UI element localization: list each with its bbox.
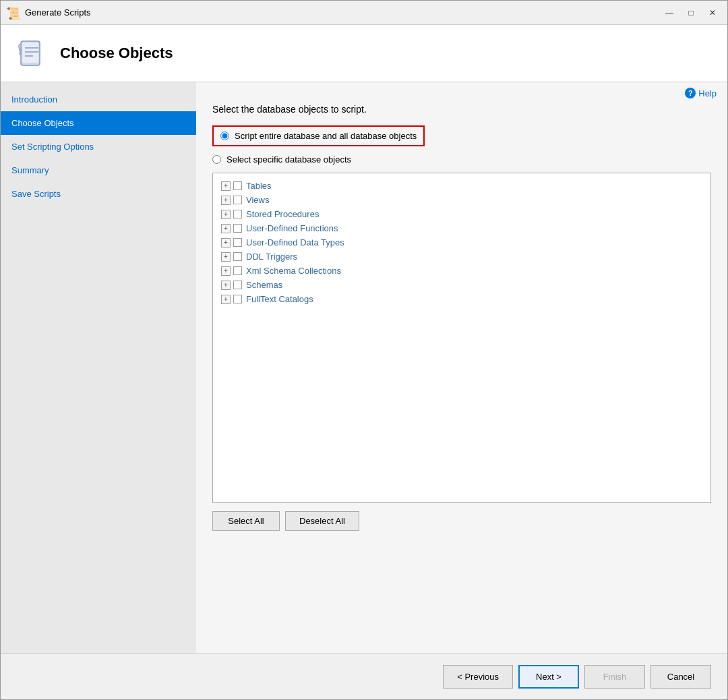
tree-item-stored-procedures[interactable]: + Stored Procedures	[216, 207, 708, 221]
radio-entire-database[interactable]	[220, 132, 229, 140]
tree-item-fulltext-catalogs[interactable]: + FullText Catalogs	[216, 292, 708, 306]
minimize-button[interactable]: —	[660, 6, 679, 20]
cancel-button[interactable]: Cancel	[650, 665, 711, 689]
sidebar: Introduction Choose Objects Set Scriptin…	[1, 82, 196, 653]
expand-icon-user-defined-functions[interactable]: +	[221, 224, 231, 233]
tree-label-xml-schema-collections: Xml Schema Collections	[246, 266, 341, 276]
expand-icon-xml-schema-collections[interactable]: +	[221, 266, 231, 276]
top-bar: ? Help	[196, 82, 727, 104]
checkbox-xml-schema-collections[interactable]	[233, 266, 242, 275]
tree-label-user-defined-functions: User-Defined Functions	[246, 223, 338, 233]
select-all-button[interactable]: Select All	[212, 511, 280, 531]
sidebar-item-choose-objects[interactable]: Choose Objects	[1, 111, 196, 135]
main-panel: ? Help Select the database objects to sc…	[196, 82, 727, 653]
finish-button[interactable]: Finish	[584, 665, 645, 689]
tree-item-tables[interactable]: + Tables	[216, 179, 708, 193]
sidebar-item-summary[interactable]: Summary	[1, 158, 196, 182]
checkbox-user-defined-functions[interactable]	[233, 224, 242, 233]
tree-label-user-defined-data-types: User-Defined Data Types	[246, 237, 344, 247]
help-icon: ?	[685, 88, 696, 98]
tree-label-fulltext-catalogs: FullText Catalogs	[246, 294, 313, 304]
titlebar: 📜 Generate Scripts — □ ✕	[1, 1, 727, 25]
radio-entire-database-label: Script entire database and all database …	[235, 131, 417, 141]
previous-button[interactable]: < Previous	[443, 665, 513, 689]
tree-label-ddl-triggers: DDL Triggers	[246, 252, 297, 262]
radio-entire-database-container[interactable]: Script entire database and all database …	[212, 125, 425, 146]
section-title: Select the database objects to script.	[212, 104, 711, 115]
checkbox-fulltext-catalogs[interactable]	[233, 295, 242, 303]
tree-item-user-defined-functions[interactable]: + User-Defined Functions	[216, 221, 708, 235]
tree-label-schemas: Schemas	[246, 280, 282, 290]
sidebar-item-set-scripting-options[interactable]: Set Scripting Options	[1, 135, 196, 158]
checkbox-tables[interactable]	[233, 181, 242, 190]
checkbox-views[interactable]	[233, 196, 242, 204]
checkbox-user-defined-data-types[interactable]	[233, 238, 242, 247]
sidebar-item-save-scripts[interactable]: Save Scripts	[1, 182, 196, 206]
page-header: Choose Objects	[1, 25, 727, 82]
next-button[interactable]: Next >	[518, 665, 579, 689]
deselect-all-button[interactable]: Deselect All	[285, 511, 359, 531]
close-button[interactable]: ✕	[703, 6, 722, 20]
tree-item-ddl-triggers[interactable]: + DDL Triggers	[216, 250, 708, 264]
window-controls: — □ ✕	[660, 6, 722, 20]
tree-item-schemas[interactable]: + Schemas	[216, 278, 708, 292]
checkbox-schemas[interactable]	[233, 281, 242, 289]
tree-button-row: Select All Deselect All	[212, 511, 711, 531]
expand-icon-stored-procedures[interactable]: +	[221, 210, 231, 219]
header-icon	[14, 36, 49, 71]
radio-specific-label: Select specific database objects	[226, 154, 351, 165]
sidebar-item-introduction[interactable]: Introduction	[1, 88, 196, 111]
expand-icon-tables[interactable]: +	[221, 181, 231, 191]
tree-label-tables: Tables	[246, 181, 272, 191]
objects-tree[interactable]: + Tables + Views + Stored Procedures	[212, 173, 711, 503]
generate-scripts-window: 📜 Generate Scripts — □ ✕ Choose Objects	[0, 0, 728, 700]
svg-rect-1	[22, 42, 38, 63]
checkbox-stored-procedures[interactable]	[233, 210, 242, 218]
page-title: Choose Objects	[60, 45, 173, 62]
content-area: Introduction Choose Objects Set Scriptin…	[1, 82, 727, 653]
help-link[interactable]: ? Help	[685, 88, 717, 98]
main-content: Select the database objects to script. S…	[196, 104, 727, 653]
radio-specific-database[interactable]	[212, 155, 221, 164]
expand-icon-fulltext-catalogs[interactable]: +	[221, 295, 231, 304]
tree-item-xml-schema-collections[interactable]: + Xml Schema Collections	[216, 264, 708, 278]
tree-item-views[interactable]: + Views	[216, 193, 708, 207]
window-title: Generate Scripts	[25, 7, 660, 18]
footer: < Previous Next > Finish Cancel	[1, 653, 727, 699]
tree-label-views: Views	[246, 195, 269, 205]
expand-icon-user-defined-data-types[interactable]: +	[221, 238, 231, 247]
tree-item-user-defined-data-types[interactable]: + User-Defined Data Types	[216, 235, 708, 250]
checkbox-ddl-triggers[interactable]	[233, 252, 242, 261]
expand-icon-views[interactable]: +	[221, 196, 231, 205]
maximize-button[interactable]: □	[681, 6, 700, 20]
expand-icon-ddl-triggers[interactable]: +	[221, 252, 231, 262]
tree-label-stored-procedures: Stored Procedures	[246, 209, 319, 219]
expand-icon-schemas[interactable]: +	[221, 281, 231, 290]
app-icon: 📜	[6, 6, 20, 20]
radio-specific-container[interactable]: Select specific database objects	[212, 154, 711, 165]
